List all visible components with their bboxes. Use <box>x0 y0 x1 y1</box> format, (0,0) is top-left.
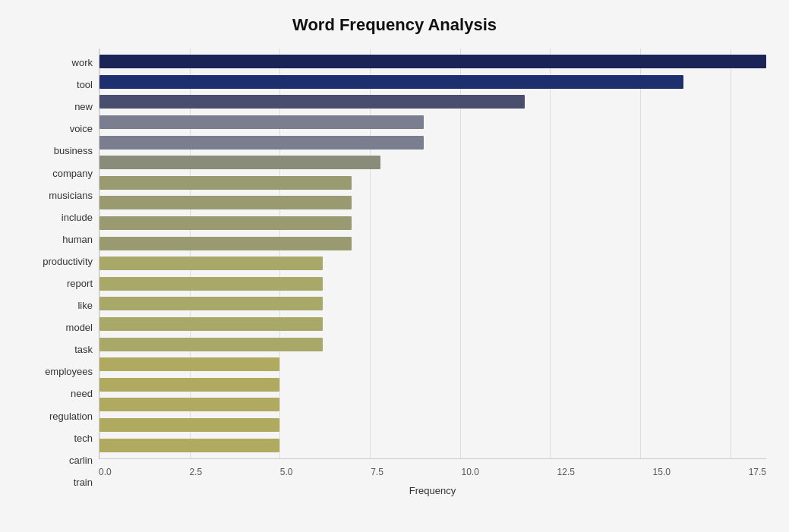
y-label-new: new <box>74 102 93 112</box>
y-label-musicians: musicians <box>49 190 93 200</box>
bar-tech <box>99 398 279 411</box>
bar-row-need <box>99 356 766 373</box>
y-label-work: work <box>72 58 93 68</box>
x-tick: 12.5 <box>557 467 575 477</box>
y-label-include: include <box>62 212 93 222</box>
bar-voice <box>99 115 424 129</box>
y-label-employees: employees <box>45 367 93 376</box>
chart-container: Word Frequency Analysis worktoolnewvoice… <box>0 0 789 532</box>
bar-row-employees <box>99 336 766 353</box>
y-label-like: like <box>77 301 93 310</box>
bar-carlin <box>99 418 279 432</box>
bar-row-like <box>99 275 766 292</box>
bar-train <box>99 439 279 452</box>
y-label-train: train <box>74 477 93 487</box>
x-axis-ticks: 0.02.55.07.510.012.515.017.5 <box>99 467 766 477</box>
y-label-tech: tech <box>74 433 93 443</box>
y-label-need: need <box>71 389 93 398</box>
x-tick: 5.0 <box>280 467 293 477</box>
x-tick: 7.5 <box>371 467 383 477</box>
y-label-task: task <box>74 345 93 354</box>
bar-include <box>99 196 352 209</box>
bar-model <box>99 297 323 310</box>
bar-row-human <box>99 215 766 231</box>
bar-row-regulation <box>99 376 766 393</box>
bar-row-task <box>99 316 766 332</box>
y-labels: worktoolnewvoicebusinesscompanymusicians… <box>23 49 99 496</box>
bar-need <box>99 357 279 371</box>
y-label-company: company <box>52 168 93 178</box>
bar-new <box>99 95 525 109</box>
bars-area <box>99 49 766 459</box>
bar-row-carlin <box>99 417 766 433</box>
bar-row-business <box>99 134 766 151</box>
bar-human <box>99 216 352 230</box>
bar-row-musicians <box>99 175 766 191</box>
y-label-tool: tool <box>77 80 93 90</box>
bar-row-report <box>99 255 766 272</box>
y-label-human: human <box>62 235 93 244</box>
bar-tool <box>99 75 683 89</box>
bar-business <box>99 136 424 150</box>
x-tick: 15.0 <box>653 467 671 477</box>
bar-row-work <box>99 53 766 70</box>
y-label-voice: voice <box>70 124 93 134</box>
bar-company <box>99 156 380 169</box>
bar-row-include <box>99 194 766 211</box>
bar-row-tool <box>99 74 766 90</box>
bar-musicians <box>99 176 352 190</box>
chart-title: Word Frequency Analysis <box>23 15 766 35</box>
x-axis-label: Frequency <box>99 485 766 496</box>
bar-row-model <box>99 295 766 312</box>
y-label-model: model <box>66 323 93 332</box>
x-tick: 17.5 <box>749 467 766 477</box>
y-label-regulation: regulation <box>49 411 93 421</box>
bar-row-tech <box>99 396 766 413</box>
x-tick: 0.0 <box>99 467 112 477</box>
bar-productivity <box>99 237 352 250</box>
bar-report <box>99 257 323 270</box>
bar-task <box>99 317 323 331</box>
bar-row-company <box>99 154 766 171</box>
bar-like <box>99 277 323 291</box>
y-label-business: business <box>54 146 93 156</box>
y-label-carlin: carlin <box>69 455 93 465</box>
bar-row-voice <box>99 114 766 131</box>
bar-row-new <box>99 93 766 110</box>
chart-area: worktoolnewvoicebusinesscompanymusicians… <box>23 49 766 496</box>
bar-work <box>99 55 766 68</box>
y-label-report: report <box>67 279 93 288</box>
x-tick: 2.5 <box>189 467 202 477</box>
bar-employees <box>99 338 323 351</box>
x-axis-section: 0.02.55.07.510.012.515.017.5 Frequency <box>99 464 766 496</box>
x-tick: 10.0 <box>462 467 479 477</box>
bars-rows <box>99 49 766 458</box>
bar-row-productivity <box>99 235 766 252</box>
y-label-productivity: productivity <box>43 257 93 266</box>
bar-regulation <box>99 378 279 392</box>
bar-row-train <box>99 437 766 454</box>
